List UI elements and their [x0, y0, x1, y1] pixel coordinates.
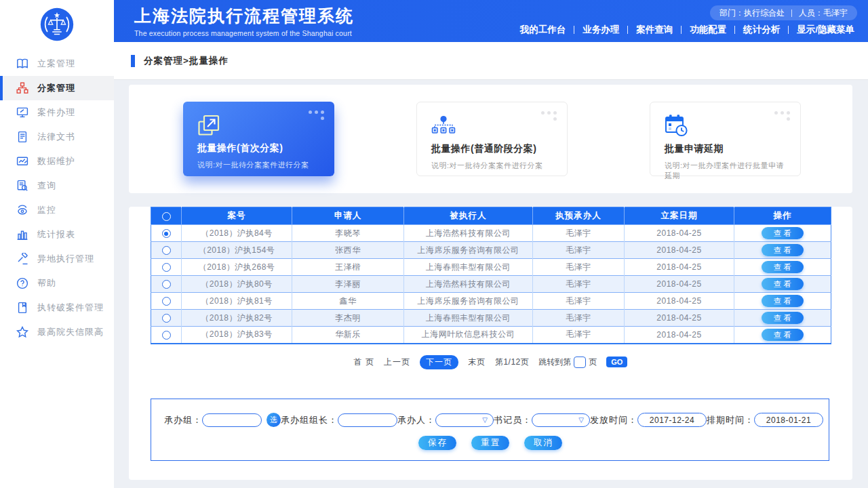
view-button[interactable]: 查看 — [762, 312, 804, 324]
sidebar-item-case-handling[interactable]: 案件办理 — [0, 100, 114, 125]
view-button[interactable]: 查看 — [762, 295, 804, 307]
cell-handler: 毛泽宇 — [533, 327, 625, 344]
pagination-jump-input[interactable] — [574, 357, 586, 368]
pagination-last[interactable]: 末页 — [468, 357, 486, 368]
sidebar-item-bankruptcy-cases[interactable]: 执转破案件管理 — [0, 296, 114, 320]
view-button[interactable]: 查看 — [762, 261, 804, 273]
user-name: 人员：毛泽宇 — [799, 7, 848, 19]
column-header-actions: 操作 — [734, 207, 831, 225]
chevron-down-icon: ▽ — [578, 416, 584, 424]
bar-chart-icon — [16, 228, 29, 241]
group-leader-input[interactable] — [338, 413, 397, 427]
schedule-date-input[interactable]: 2018-01-21 — [754, 413, 823, 427]
cell-executee: 上海春熙丰型有限公司 — [404, 310, 533, 327]
card-batch-first-assignment[interactable]: 批量操作(首次分案) 说明:对一批待分案案件进行分案 — [183, 102, 334, 176]
card-description: 说明:对一批待分案案件进行分案 — [431, 161, 557, 171]
field-label: 书记员： — [494, 414, 532, 426]
sidebar-item-case-assignment[interactable]: 分案管理 — [0, 76, 114, 100]
monitor-icon — [16, 106, 29, 119]
row-radio[interactable] — [162, 280, 171, 289]
cell-filing-date: 2018-04-25 — [625, 242, 734, 259]
case-table: 案号 申请人 被执行人 执预承办人 立案日期 操作 （2018）沪执84号 李晓… — [151, 207, 831, 344]
sidebar-item-legal-documents[interactable]: 法律文书 — [0, 125, 114, 149]
row-radio[interactable] — [162, 246, 171, 255]
cell-case-no: （2018）沪执81号 — [182, 293, 292, 310]
sidebar-item-label: 异地执行管理 — [37, 253, 94, 265]
nav-toggle-menu[interactable]: 显示/隐藏菜单 — [789, 24, 863, 36]
nav-case-query[interactable]: 案件查询 — [628, 24, 681, 36]
cancel-button[interactable]: 取消 — [524, 436, 562, 450]
sidebar-item-label: 分案管理 — [37, 82, 75, 94]
nav-function-config[interactable]: 功能配置 — [682, 24, 734, 36]
select-all-radio[interactable] — [162, 212, 171, 221]
field-issue-date: 发放时间： 2017-12-24 — [590, 413, 707, 427]
field-clerk: 书记员： ▽ — [494, 413, 590, 427]
row-radio[interactable] — [162, 263, 171, 272]
sidebar-item-remote-execution[interactable]: 异地执行管理 — [0, 247, 114, 271]
handler-select[interactable]: ▽ — [435, 413, 494, 427]
view-button[interactable]: 查看 — [762, 227, 804, 239]
sidebar-item-help[interactable]: 帮助 — [0, 271, 114, 296]
column-header-executee: 被执行人 — [404, 207, 533, 225]
sidebar-item-label: 帮助 — [37, 277, 56, 289]
sidebar-item-label: 立案管理 — [37, 58, 75, 70]
pagination-go-button[interactable]: GO — [606, 357, 627, 367]
table-row: （2018）沪执84号 李晓琴 上海浩然科技有限公司 毛泽宇 2018-04-2… — [151, 225, 831, 242]
row-radio[interactable] — [162, 229, 171, 238]
row-radio[interactable] — [162, 331, 171, 340]
eye-icon — [16, 203, 29, 217]
card-batch-extension-request[interactable]: 批量申请延期 说明:对一批办理案件进行批量申请延期 — [650, 102, 801, 176]
card-title: 批量申请延期 — [665, 143, 791, 155]
reset-button[interactable]: 重置 — [471, 436, 509, 450]
nav-my-workbench[interactable]: 我的工作台 — [512, 24, 574, 36]
sidebar-item-label: 最高院失信限高 — [37, 326, 104, 338]
sidebar-menu: 立案管理 分案管理 案件办理 法律文书 数据维护 — [0, 52, 114, 344]
clerk-select[interactable]: ▽ — [532, 413, 590, 427]
cell-executee: 上海浩然科技有限公司 — [404, 276, 533, 293]
sidebar-item-supreme-court-dishonesty[interactable]: 最高院失信限高 — [0, 320, 114, 344]
column-header-applicant: 申请人 — [292, 207, 404, 225]
sidebar-item-statistics-report[interactable]: 统计报表 — [0, 222, 114, 247]
top-navigation: 我的工作台 业务办理 案件查询 功能配置 统计分析 显示/隐藏菜单 — [512, 24, 863, 36]
cell-applicant: 鑫华 — [292, 293, 404, 310]
pick-group-button[interactable]: 选 — [267, 413, 281, 427]
chart-edit-icon — [16, 155, 29, 168]
sidebar-item-monitoring[interactable]: 监控 — [0, 198, 114, 222]
pagination-prev[interactable]: 上一页 — [384, 357, 410, 368]
field-label: 承办组组长： — [281, 414, 338, 426]
view-button[interactable]: 查看 — [762, 278, 804, 290]
cell-filing-date: 2018-04-25 — [625, 225, 734, 242]
row-radio[interactable] — [162, 297, 171, 306]
pagination-page-info: 第1/12页 — [495, 357, 529, 368]
pagination-next[interactable]: 下一页 — [420, 355, 458, 369]
handler-group-input[interactable] — [202, 413, 262, 427]
app-brand: 上海法院执行流程管理系统 The execution process manag… — [134, 5, 354, 37]
cell-case-no: （2018）沪执83号 — [182, 327, 292, 344]
nav-statistics[interactable]: 统计分析 — [735, 24, 788, 36]
form-fields-row: 承办组： 选 承办组组长： 承办人： ▽ 书记员： ▽ 发放时间： — [151, 399, 829, 427]
cell-filing-date: 2018-04-25 — [625, 327, 734, 344]
issue-date-input[interactable]: 2017-12-24 — [637, 413, 707, 427]
question-circle-icon — [16, 277, 29, 290]
sidebar-item-query[interactable]: 查询 — [0, 174, 114, 198]
card-title: 批量操作(普通阶段分案) — [431, 143, 557, 155]
sidebar-item-data-maintenance[interactable]: 数据维护 — [0, 149, 114, 174]
cell-applicant: 华新乐 — [292, 327, 404, 344]
save-button[interactable]: 保存 — [418, 436, 456, 450]
batch-action-cards-panel: 批量操作(首次分案) 说明:对一批待分案案件进行分案 批量 — [129, 85, 852, 193]
row-radio[interactable] — [162, 314, 171, 323]
search-document-icon — [16, 179, 29, 192]
divider — [791, 9, 792, 17]
view-button[interactable]: 查看 — [762, 244, 804, 256]
field-schedule-date: 排期时间： 2018-01-21 — [707, 413, 823, 427]
nav-business-handling[interactable]: 业务办理 — [574, 24, 627, 36]
table-row: （2018）沪执154号 张西华 上海席乐服务咨询有限公司 毛泽宇 2018-0… — [151, 242, 831, 259]
pagination-first[interactable]: 首 页 — [354, 357, 374, 368]
sidebar-item-case-filing[interactable]: 立案管理 — [0, 52, 114, 76]
share-arrow-icon — [197, 110, 325, 136]
field-label: 排期时间： — [707, 414, 754, 426]
table-row: （2018）沪执80号 李泽丽 上海浩然科技有限公司 毛泽宇 2018-04-2… — [151, 276, 831, 293]
card-batch-stage-assignment[interactable]: 批量操作(普通阶段分案) 说明:对一批待分案案件进行分案 — [416, 102, 568, 176]
view-button[interactable]: 查看 — [762, 329, 804, 341]
dots-menu-icon — [309, 110, 325, 121]
